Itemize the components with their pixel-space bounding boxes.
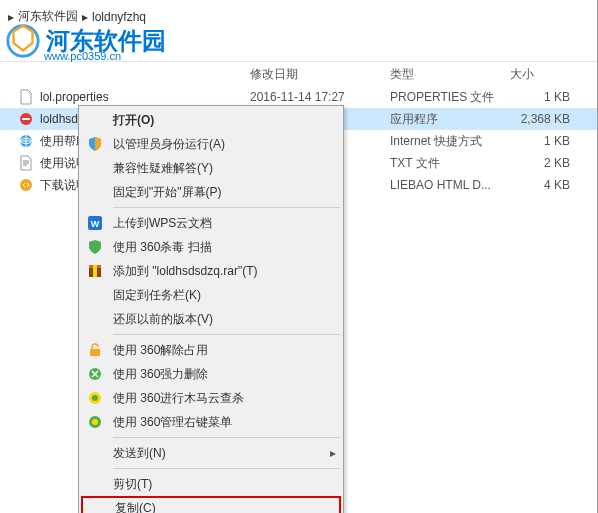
file-size: 2,368 KB — [510, 112, 570, 126]
file-size: 4 KB — [510, 178, 570, 192]
shield-green-icon — [85, 237, 105, 257]
svg-point-16 — [92, 419, 98, 425]
menu-separator — [113, 207, 340, 208]
menu-360-rightclick[interactable]: 使用 360管理右键菜单 — [81, 410, 341, 434]
file-icon — [18, 133, 34, 149]
context-menu: 打开(O) 以管理员身份运行(A) 兼容性疑难解答(Y) 固定到"开始"屏幕(P… — [78, 105, 344, 513]
svg-point-14 — [92, 395, 98, 401]
menu-separator — [113, 437, 340, 438]
chevron-right-icon: ▸ — [325, 446, 341, 460]
menu-pin-taskbar[interactable]: 固定到任务栏(K) — [81, 283, 341, 307]
file-size: 1 KB — [510, 90, 570, 104]
menu-360-unlock[interactable]: 使用 360解除占用 — [81, 338, 341, 362]
menu-send-to[interactable]: 发送到(N)▸ — [81, 441, 341, 465]
menu-pin-start[interactable]: 固定到"开始"屏幕(P) — [81, 180, 341, 204]
menu-run-as-admin[interactable]: 以管理员身份运行(A) — [81, 132, 341, 156]
menu-360-delete[interactable]: 使用 360强力删除 — [81, 362, 341, 386]
file-icon — [18, 89, 34, 105]
col-type[interactable]: 类型 — [390, 66, 510, 83]
svg-point-5 — [20, 179, 32, 191]
column-headers: 修改日期 类型 大小 — [0, 62, 597, 86]
svg-rect-11 — [90, 349, 100, 356]
svg-text:W: W — [91, 219, 100, 229]
trojan-icon — [85, 388, 105, 408]
file-type: PROPERTIES 文件 — [390, 89, 510, 106]
menu-separator — [113, 468, 340, 469]
wps-icon: W — [85, 213, 105, 233]
file-type: Internet 快捷方式 — [390, 133, 510, 150]
menu-360-trojan[interactable]: 使用 360进行木马云查杀 — [81, 386, 341, 410]
menu-cut[interactable]: 剪切(T) — [81, 472, 341, 496]
shield-icon — [85, 134, 105, 154]
menu-separator — [113, 334, 340, 335]
file-icon — [18, 111, 34, 127]
menu-copy[interactable]: 复制(C) — [81, 496, 341, 513]
menu360-icon — [85, 412, 105, 432]
file-name: lol.properties — [40, 90, 250, 104]
file-type: TXT 文件 — [390, 155, 510, 172]
file-size: 1 KB — [510, 134, 570, 148]
menu-add-rar[interactable]: 添加到 "loldhsdsdzq.rar"(T) — [81, 259, 341, 283]
menu-360-scan[interactable]: 使用 360杀毒 扫描 — [81, 235, 341, 259]
rar-icon — [85, 261, 105, 281]
logo-icon — [4, 22, 42, 60]
logo-url: www.pc0359.cn — [44, 50, 121, 62]
col-size[interactable]: 大小 — [510, 66, 570, 83]
unlock-icon — [85, 340, 105, 360]
file-icon — [18, 177, 34, 193]
file-size: 2 KB — [510, 156, 570, 170]
menu-restore-version[interactable]: 还原以前的版本(V) — [81, 307, 341, 331]
svg-rect-10 — [93, 265, 97, 277]
delete-icon — [85, 364, 105, 384]
col-date[interactable]: 修改日期 — [250, 66, 390, 83]
menu-compat[interactable]: 兼容性疑难解答(Y) — [81, 156, 341, 180]
menu-wps-upload[interactable]: W上传到WPS云文档 — [81, 211, 341, 235]
menu-open[interactable]: 打开(O) — [81, 108, 341, 132]
file-type: LIEBAO HTML D... — [390, 178, 510, 192]
file-date: 2016-11-14 17:27 — [250, 90, 390, 104]
svg-rect-2 — [22, 118, 30, 120]
file-type: 应用程序 — [390, 111, 510, 128]
file-icon — [18, 155, 34, 171]
